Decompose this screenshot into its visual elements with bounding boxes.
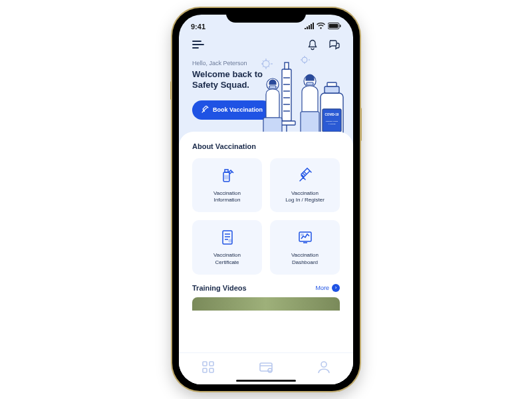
svg-rect-5 <box>282 69 291 121</box>
chat-icon[interactable] <box>328 39 340 51</box>
svg-rect-2 <box>340 25 341 27</box>
nav-profile-icon[interactable] <box>317 360 331 374</box>
phone-notch <box>226 8 306 23</box>
hero-section: Hello, Jack Peterson Welcome back to Saf… <box>179 35 353 129</box>
svg-rect-41 <box>301 234 303 235</box>
svg-rect-44 <box>209 362 213 366</box>
more-label: More <box>315 285 329 291</box>
syringe-icon <box>297 168 313 184</box>
tile-label: Vaccination Certificate <box>213 252 241 267</box>
home-indicator <box>236 380 296 382</box>
svg-text:CORONAVIRUS: CORONAVIRUS <box>326 120 338 122</box>
app-screen: 9:41 <box>179 15 353 384</box>
vaccine-bottle-icon <box>219 168 235 184</box>
status-time: 9:41 <box>191 23 205 31</box>
battery-icon <box>328 23 341 31</box>
menu-icon[interactable] <box>192 39 204 51</box>
svg-rect-45 <box>203 368 207 372</box>
svg-point-39 <box>229 239 231 242</box>
bottle-label: COVID-19 <box>325 113 339 116</box>
svg-rect-43 <box>203 362 207 366</box>
content-card: About Vaccination Vaccination Informatio… <box>179 132 353 385</box>
signal-icon <box>305 23 314 31</box>
svg-rect-27 <box>325 86 339 93</box>
about-title: About Vaccination <box>192 142 340 150</box>
svg-rect-28 <box>327 82 336 86</box>
tile-label: Vaccination Log In / Register <box>285 190 325 205</box>
top-bar <box>192 39 340 51</box>
tile-vaccination-login[interactable]: Vaccination Log In / Register <box>270 158 340 213</box>
greeting-text: Hello, Jack Peterson <box>192 60 340 66</box>
svg-point-21 <box>304 75 316 87</box>
cta-label: Book Vaccination <box>213 106 263 113</box>
videos-title: Training Videos <box>192 284 247 292</box>
tile-label: Vaccination Information <box>213 190 241 205</box>
nav-home-icon[interactable] <box>201 360 215 374</box>
svg-rect-46 <box>209 368 213 372</box>
phone-frame: 9:41 <box>172 8 360 391</box>
tile-vaccination-certificate[interactable]: Vaccination Certificate <box>192 220 262 275</box>
tile-label: Vaccination Dashboard <box>291 252 319 267</box>
book-vaccination-button[interactable]: Book Vaccination <box>192 100 272 120</box>
svg-rect-34 <box>225 176 228 179</box>
svg-rect-33 <box>225 170 228 172</box>
status-icons <box>305 23 341 31</box>
tile-vaccination-information[interactable]: Vaccination Information <box>192 158 262 213</box>
dashboard-icon <box>297 229 313 245</box>
svg-text:VACCINE: VACCINE <box>329 123 336 125</box>
svg-rect-47 <box>260 363 272 371</box>
wifi-icon <box>317 23 325 31</box>
chevron-right-icon: › <box>332 284 340 292</box>
nav-card-icon[interactable] <box>259 360 273 374</box>
videos-header: Training Videos More › <box>192 284 340 292</box>
welcome-title: Welcome back to Safety Squad. <box>192 69 272 91</box>
svg-point-50 <box>321 362 327 367</box>
about-grid: Vaccination Information Vaccination Log … <box>192 158 340 275</box>
video-thumbnail-peek[interactable] <box>192 297 340 311</box>
svg-rect-13 <box>278 121 295 125</box>
svg-rect-1 <box>329 24 338 28</box>
svg-rect-29 <box>323 109 341 132</box>
more-link[interactable]: More › <box>315 284 340 292</box>
syringe-small-icon <box>201 106 209 114</box>
certificate-icon <box>219 229 235 245</box>
svg-rect-22 <box>307 82 313 85</box>
bell-icon[interactable] <box>307 39 319 51</box>
tile-vaccination-dashboard[interactable]: Vaccination Dashboard <box>270 220 340 275</box>
